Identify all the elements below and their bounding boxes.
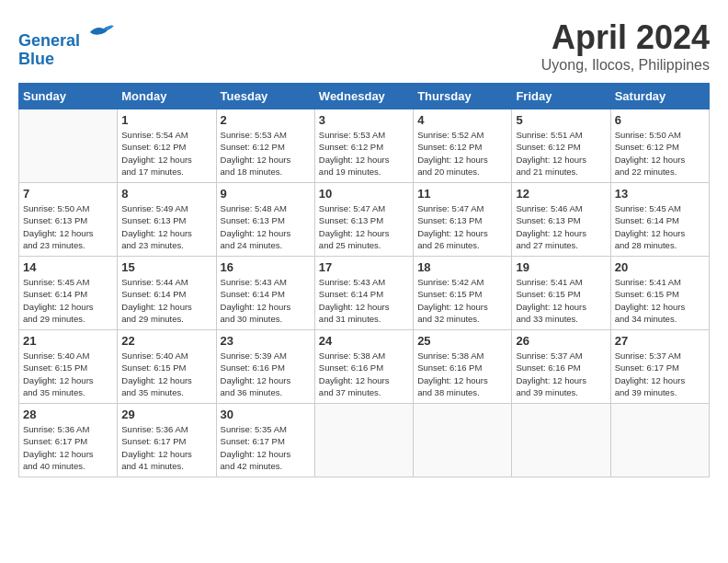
day-number: 4 <box>417 113 507 127</box>
logo: General Blue <box>18 18 114 69</box>
calendar-cell: 8Sunrise: 5:49 AM Sunset: 6:13 PM Daylig… <box>118 183 216 257</box>
calendar-cell: 3Sunrise: 5:53 AM Sunset: 6:12 PM Daylig… <box>314 109 413 183</box>
calendar-cell: 7Sunrise: 5:50 AM Sunset: 6:13 PM Daylig… <box>19 183 118 257</box>
day-number: 19 <box>516 260 606 274</box>
calendar-cell: 27Sunrise: 5:37 AM Sunset: 6:17 PM Dayli… <box>610 330 709 404</box>
day-number: 18 <box>417 260 507 274</box>
calendar-cell: 24Sunrise: 5:38 AM Sunset: 6:16 PM Dayli… <box>314 330 413 404</box>
day-number: 15 <box>121 260 211 274</box>
day-info: Sunrise: 5:50 AM Sunset: 6:13 PM Dayligh… <box>23 202 113 251</box>
calendar-cell: 2Sunrise: 5:53 AM Sunset: 6:12 PM Daylig… <box>216 109 314 183</box>
day-info: Sunrise: 5:41 AM Sunset: 6:15 PM Dayligh… <box>615 276 705 325</box>
calendar-cell: 15Sunrise: 5:44 AM Sunset: 6:14 PM Dayli… <box>118 257 216 330</box>
day-info: Sunrise: 5:40 AM Sunset: 6:15 PM Dayligh… <box>121 350 211 398</box>
day-info: Sunrise: 5:41 AM Sunset: 6:15 PM Dayligh… <box>516 276 606 325</box>
logo-text-blue: Blue <box>18 50 54 68</box>
calendar-cell: 30Sunrise: 5:35 AM Sunset: 6:17 PM Dayli… <box>216 404 314 477</box>
day-info: Sunrise: 5:51 AM Sunset: 6:12 PM Dayligh… <box>516 129 606 178</box>
day-number: 5 <box>516 113 606 127</box>
calendar-cell: 1Sunrise: 5:54 AM Sunset: 6:12 PM Daylig… <box>118 109 216 183</box>
day-info: Sunrise: 5:37 AM Sunset: 6:16 PM Dayligh… <box>516 350 606 398</box>
logo-text-general: General <box>18 31 80 50</box>
calendar-cell: 13Sunrise: 5:45 AM Sunset: 6:14 PM Dayli… <box>610 183 709 257</box>
calendar-cell: 16Sunrise: 5:43 AM Sunset: 6:14 PM Dayli… <box>216 257 314 330</box>
day-number: 6 <box>615 113 705 127</box>
calendar-header-sunday: Sunday <box>19 84 118 109</box>
calendar-cell <box>512 404 610 477</box>
day-number: 17 <box>319 260 409 274</box>
calendar-cell <box>19 109 118 183</box>
calendar-week-row: 28Sunrise: 5:36 AM Sunset: 6:17 PM Dayli… <box>19 404 710 477</box>
calendar-cell: 12Sunrise: 5:46 AM Sunset: 6:13 PM Dayli… <box>512 183 610 257</box>
day-info: Sunrise: 5:38 AM Sunset: 6:16 PM Dayligh… <box>319 350 409 398</box>
day-info: Sunrise: 5:53 AM Sunset: 6:12 PM Dayligh… <box>319 129 409 178</box>
day-info: Sunrise: 5:40 AM Sunset: 6:15 PM Dayligh… <box>23 350 113 398</box>
day-number: 20 <box>615 260 705 274</box>
title-area: April 2024 Uyong, Ilocos, Philippines <box>541 18 710 74</box>
day-info: Sunrise: 5:36 AM Sunset: 6:17 PM Dayligh… <box>23 423 113 472</box>
day-info: Sunrise: 5:47 AM Sunset: 6:13 PM Dayligh… <box>319 202 409 251</box>
day-info: Sunrise: 5:39 AM Sunset: 6:16 PM Dayligh… <box>221 350 311 398</box>
day-info: Sunrise: 5:52 AM Sunset: 6:12 PM Dayligh… <box>417 129 507 178</box>
calendar-cell: 25Sunrise: 5:38 AM Sunset: 6:16 PM Dayli… <box>414 330 512 404</box>
calendar-cell: 9Sunrise: 5:48 AM Sunset: 6:13 PM Daylig… <box>216 183 314 257</box>
day-info: Sunrise: 5:46 AM Sunset: 6:13 PM Dayligh… <box>516 202 606 251</box>
calendar-cell <box>314 404 413 477</box>
day-info: Sunrise: 5:47 AM Sunset: 6:13 PM Dayligh… <box>417 202 507 251</box>
day-number: 3 <box>319 113 409 127</box>
day-number: 24 <box>319 334 409 348</box>
day-number: 28 <box>23 408 113 421</box>
day-number: 29 <box>121 408 211 421</box>
day-number: 23 <box>221 334 311 348</box>
day-number: 25 <box>417 334 507 348</box>
day-number: 12 <box>516 187 606 201</box>
calendar-header-friday: Friday <box>512 84 610 109</box>
calendar-cell: 22Sunrise: 5:40 AM Sunset: 6:15 PM Dayli… <box>118 330 216 404</box>
calendar-header-monday: Monday <box>118 84 216 109</box>
calendar-cell: 10Sunrise: 5:47 AM Sunset: 6:13 PM Dayli… <box>314 183 413 257</box>
calendar-cell: 6Sunrise: 5:50 AM Sunset: 6:12 PM Daylig… <box>610 109 709 183</box>
day-number: 16 <box>221 260 311 274</box>
day-number: 27 <box>615 334 705 348</box>
month-title: April 2024 <box>541 18 710 57</box>
day-info: Sunrise: 5:54 AM Sunset: 6:12 PM Dayligh… <box>121 129 211 178</box>
day-number: 9 <box>221 187 311 201</box>
calendar-cell: 11Sunrise: 5:47 AM Sunset: 6:13 PM Dayli… <box>414 183 512 257</box>
calendar-cell: 14Sunrise: 5:45 AM Sunset: 6:14 PM Dayli… <box>19 257 118 330</box>
calendar-week-row: 7Sunrise: 5:50 AM Sunset: 6:13 PM Daylig… <box>19 183 710 257</box>
calendar-cell: 29Sunrise: 5:36 AM Sunset: 6:17 PM Dayli… <box>118 404 216 477</box>
day-info: Sunrise: 5:45 AM Sunset: 6:14 PM Dayligh… <box>615 202 705 251</box>
day-number: 11 <box>417 187 507 201</box>
calendar-cell <box>414 404 512 477</box>
day-info: Sunrise: 5:45 AM Sunset: 6:14 PM Dayligh… <box>23 276 113 325</box>
calendar-cell: 18Sunrise: 5:42 AM Sunset: 6:15 PM Dayli… <box>414 257 512 330</box>
day-info: Sunrise: 5:48 AM Sunset: 6:13 PM Dayligh… <box>221 202 311 251</box>
calendar-cell: 28Sunrise: 5:36 AM Sunset: 6:17 PM Dayli… <box>19 404 118 477</box>
day-info: Sunrise: 5:50 AM Sunset: 6:12 PM Dayligh… <box>615 129 705 178</box>
day-info: Sunrise: 5:35 AM Sunset: 6:17 PM Dayligh… <box>221 423 311 472</box>
calendar-cell: 5Sunrise: 5:51 AM Sunset: 6:12 PM Daylig… <box>512 109 610 183</box>
day-number: 10 <box>319 187 409 201</box>
calendar-cell: 19Sunrise: 5:41 AM Sunset: 6:15 PM Dayli… <box>512 257 610 330</box>
header: General Blue April 2024 Uyong, Ilocos, P… <box>18 18 710 74</box>
day-info: Sunrise: 5:49 AM Sunset: 6:13 PM Dayligh… <box>121 202 211 251</box>
day-info: Sunrise: 5:43 AM Sunset: 6:14 PM Dayligh… <box>319 276 409 325</box>
calendar-header-thursday: Thursday <box>414 84 512 109</box>
calendar-header-row: SundayMondayTuesdayWednesdayThursdayFrid… <box>19 84 710 109</box>
location-title: Uyong, Ilocos, Philippines <box>541 57 710 74</box>
day-info: Sunrise: 5:38 AM Sunset: 6:16 PM Dayligh… <box>417 350 507 398</box>
day-number: 2 <box>221 113 311 127</box>
calendar-table: SundayMondayTuesdayWednesdayThursdayFrid… <box>18 83 710 477</box>
day-number: 30 <box>221 408 311 421</box>
day-number: 8 <box>121 187 211 201</box>
day-number: 21 <box>23 334 113 348</box>
calendar-week-row: 1Sunrise: 5:54 AM Sunset: 6:12 PM Daylig… <box>19 109 710 183</box>
day-info: Sunrise: 5:37 AM Sunset: 6:17 PM Dayligh… <box>615 350 705 398</box>
day-number: 7 <box>23 187 113 201</box>
calendar-header-saturday: Saturday <box>610 84 709 109</box>
calendar-cell <box>610 404 709 477</box>
calendar-cell: 20Sunrise: 5:41 AM Sunset: 6:15 PM Dayli… <box>610 257 709 330</box>
day-number: 26 <box>516 334 606 348</box>
logo-bird-icon <box>86 18 114 46</box>
day-info: Sunrise: 5:42 AM Sunset: 6:15 PM Dayligh… <box>417 276 507 325</box>
